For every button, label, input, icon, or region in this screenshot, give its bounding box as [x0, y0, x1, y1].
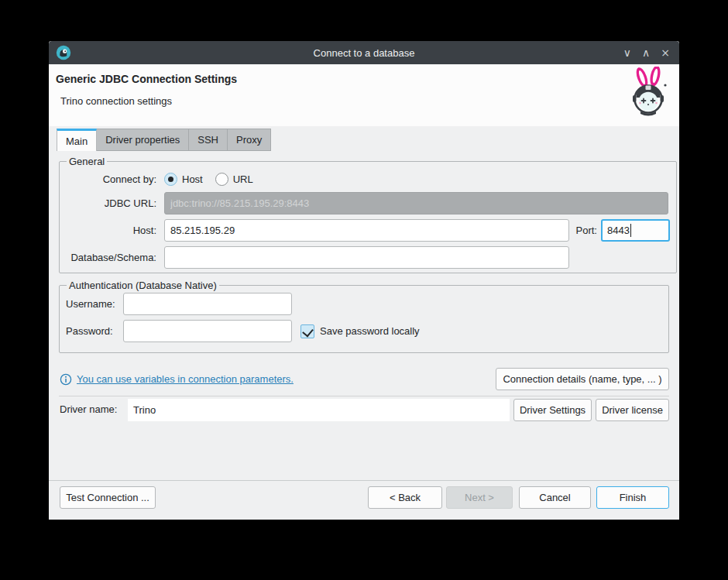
- password-label: Password:: [66, 325, 117, 337]
- database-row: Database/Schema:: [66, 246, 670, 269]
- driver-settings-button[interactable]: Driver Settings: [513, 399, 592, 421]
- jdbc-url-label: JDBC URL:: [66, 197, 156, 209]
- jdbc-url-row: JDBC URL:: [66, 192, 670, 214]
- authentication-legend: Authentication (Database Native): [67, 280, 219, 291]
- url-radio[interactable]: [215, 173, 228, 186]
- general-legend: General: [67, 156, 107, 167]
- port-value: 8443: [607, 225, 630, 236]
- connection-details-button[interactable]: Connection details (name, type, ... ): [496, 368, 669, 390]
- url-radio-label[interactable]: URL: [233, 173, 253, 185]
- host-radio-label[interactable]: Host: [182, 173, 203, 185]
- tab-bar: Main Driver properties SSH Proxy: [57, 129, 271, 151]
- section-divider: [59, 396, 669, 396]
- window-controls: ∨ ∧ ×: [623, 47, 679, 58]
- connect-by-label: Connect by:: [66, 173, 156, 185]
- minimize-icon[interactable]: ∨: [623, 47, 631, 58]
- page-title: Generic JDBC Connection Settings: [56, 73, 237, 85]
- tab-label: Main: [66, 136, 88, 147]
- host-label: Host:: [66, 225, 156, 236]
- database-input[interactable]: [164, 246, 569, 269]
- finish-button[interactable]: Finish: [596, 486, 669, 509]
- tab-label: Proxy: [236, 134, 262, 146]
- connect-by-row: Connect by: Host URL: [66, 170, 670, 187]
- tab-label: SSH: [197, 134, 218, 146]
- password-row: Password: Save password locally: [66, 320, 662, 342]
- jdbc-url-input: [164, 192, 668, 214]
- general-group: General Connect by: Host URL JDBC URL: H…: [59, 156, 677, 273]
- back-button[interactable]: < Back: [368, 486, 442, 509]
- variables-info-row: You can use variables in connection para…: [60, 368, 294, 390]
- driver-name-label: Driver name:: [60, 403, 117, 415]
- trino-rabbit-logo: [627, 67, 671, 121]
- wizard-header: Generic JDBC Connection Settings Trino c…: [49, 64, 679, 126]
- text-caret: [630, 224, 631, 237]
- port-label: Port:: [573, 225, 597, 236]
- info-icon: [60, 373, 72, 386]
- test-connection-button[interactable]: Test Connection ...: [60, 486, 156, 509]
- username-input[interactable]: [123, 293, 292, 315]
- tab-ssh[interactable]: SSH: [188, 129, 228, 151]
- window-title: Connect to a database: [49, 47, 679, 59]
- cancel-button[interactable]: Cancel: [519, 486, 591, 509]
- database-label: Database/Schema:: [66, 252, 156, 263]
- authentication-group: Authentication (Database Native) Usernam…: [59, 280, 669, 353]
- tab-label: Driver properties: [105, 134, 180, 146]
- maximize-icon[interactable]: ∧: [642, 47, 650, 58]
- driver-name-value: Trino: [133, 404, 156, 416]
- username-row: Username:: [66, 293, 662, 315]
- footer-separator: [49, 480, 679, 481]
- next-button: Next >: [446, 486, 513, 509]
- titlebar[interactable]: Connect to a database ∨ ∧ ×: [49, 41, 679, 64]
- driver-row: Driver name: Trino Driver Settings Drive…: [49, 399, 679, 421]
- save-password-checkbox[interactable]: [300, 324, 314, 338]
- tab-main[interactable]: Main: [57, 129, 97, 151]
- host-radio[interactable]: [164, 173, 177, 186]
- connect-database-dialog: Connect to a database ∨ ∧ × Generic JDBC…: [49, 41, 679, 520]
- variables-link[interactable]: You can use variables in connection para…: [77, 373, 294, 385]
- host-row: Host: Port: 8443: [66, 219, 670, 242]
- tab-driver-properties[interactable]: Driver properties: [96, 129, 189, 151]
- driver-license-button[interactable]: Driver license: [596, 399, 669, 421]
- username-label: Username:: [66, 298, 117, 310]
- port-input[interactable]: 8443: [601, 219, 670, 242]
- save-password-label[interactable]: Save password locally: [320, 325, 420, 337]
- driver-name-field: Trino: [128, 399, 510, 421]
- page-subtitle: Trino connection settings: [60, 95, 172, 107]
- host-input[interactable]: [164, 219, 569, 242]
- tab-proxy[interactable]: Proxy: [227, 129, 271, 151]
- password-input[interactable]: [123, 320, 292, 342]
- close-icon[interactable]: ×: [661, 47, 670, 58]
